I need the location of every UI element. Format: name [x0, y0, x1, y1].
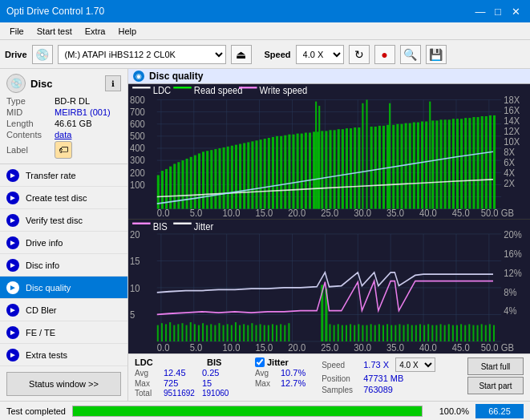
- close-button[interactable]: ✕: [508, 4, 524, 18]
- svg-rect-143: [132, 222, 150, 224]
- svg-rect-252: [468, 324, 470, 341]
- drive-icon-button[interactable]: 💿: [32, 45, 53, 64]
- charts-wrapper: LDC Read speed Write speed: [128, 84, 530, 353]
- svg-rect-253: [472, 325, 474, 341]
- svg-text:12X: 12X: [504, 126, 520, 135]
- svg-text:16%: 16%: [504, 247, 522, 259]
- title-bar: Opti Drive Control 1.70 — □ ✕: [0, 0, 530, 22]
- svg-text:20.0: 20.0: [288, 208, 305, 218]
- disc-quality-label: Disc quality: [26, 283, 71, 293]
- eject-button[interactable]: ⏏: [231, 45, 252, 64]
- chart-icon: ◉: [133, 71, 144, 82]
- drive-info-label: Drive info: [26, 238, 63, 248]
- svg-rect-85: [276, 136, 278, 209]
- svg-rect-130: [448, 119, 451, 208]
- sidebar-item-verify-test-disc[interactable]: ► Verify test disc: [0, 209, 127, 232]
- svg-text:5.0: 5.0: [190, 341, 203, 353]
- svg-rect-82: [264, 139, 266, 209]
- svg-text:20.0: 20.0: [288, 341, 305, 353]
- svg-rect-215: [288, 323, 289, 341]
- start-full-button[interactable]: Start full: [467, 357, 524, 375]
- transfer-rate-label: Transfer rate: [26, 171, 76, 180]
- svg-rect-103: [342, 129, 344, 208]
- svg-rect-223: [350, 324, 351, 341]
- svg-rect-255: [481, 324, 483, 341]
- svg-text:20%: 20%: [504, 228, 522, 240]
- minimize-button[interactable]: —: [472, 4, 488, 18]
- jitter-checkbox[interactable]: [255, 357, 265, 367]
- svg-rect-62: [181, 160, 184, 209]
- svg-text:15.0: 15.0: [255, 341, 273, 353]
- sidebar-item-fe-te[interactable]: ► FE / TE: [0, 321, 127, 344]
- contents-value[interactable]: data: [55, 130, 71, 139]
- svg-rect-71: [218, 148, 220, 209]
- svg-text:600: 600: [130, 119, 145, 129]
- menu-help[interactable]: Help: [111, 25, 143, 38]
- svg-rect-186: [169, 322, 171, 341]
- svg-rect-254: [477, 325, 479, 341]
- menu-start-test[interactable]: Start test: [30, 25, 79, 38]
- svg-rect-3: [173, 87, 191, 88]
- sidebar-item-drive-info[interactable]: ► Drive info: [0, 232, 127, 254]
- status-text: Test completed: [6, 406, 66, 416]
- transfer-rate-icon: ►: [6, 169, 19, 182]
- disc-icon: 💿: [6, 74, 26, 93]
- svg-rect-80: [255, 140, 257, 208]
- sidebar-item-cd-bler[interactable]: ► CD Bler: [0, 299, 127, 321]
- svg-rect-195: [206, 325, 208, 341]
- svg-rect-123: [421, 121, 423, 208]
- svg-rect-70: [214, 149, 216, 209]
- start-buttons: Start full Start part: [467, 357, 524, 398]
- burn-button[interactable]: ●: [374, 45, 395, 64]
- samples-val: 763089: [363, 385, 393, 394]
- maximize-button[interactable]: □: [490, 4, 506, 18]
- svg-rect-190: [186, 325, 188, 341]
- sidebar-item-extra-tests[interactable]: ► Extra tests: [0, 344, 127, 366]
- scan-button[interactable]: 🔍: [400, 45, 421, 64]
- drive-select[interactable]: (M:) ATAPI iHBS112 2 CL0K: [58, 45, 226, 64]
- status-window-button[interactable]: Status window >>: [6, 372, 121, 396]
- length-label: Length: [6, 119, 55, 128]
- sidebar-item-disc-info[interactable]: ► Disc info: [0, 254, 127, 277]
- speed-stat-val: 1.73 X: [363, 360, 392, 370]
- svg-rect-202: [235, 322, 237, 341]
- svg-rect-208: [260, 324, 261, 341]
- svg-rect-104: [346, 128, 348, 209]
- avg-label: Avg: [135, 369, 157, 378]
- menu-extra[interactable]: Extra: [79, 25, 112, 38]
- bis-avg: 0.25: [202, 368, 234, 378]
- svg-rect-193: [198, 325, 200, 341]
- sidebar-item-disc-quality[interactable]: ► Disc quality: [0, 277, 127, 299]
- svg-rect-191: [190, 322, 192, 341]
- svg-rect-119: [405, 123, 407, 209]
- speed-display: 66.25: [475, 404, 524, 418]
- svg-text:200: 200: [130, 168, 145, 177]
- position-val: 47731 MB: [363, 374, 403, 383]
- cd-bler-icon: ►: [6, 304, 19, 317]
- svg-rect-129: [444, 119, 447, 208]
- sidebar-item-transfer-rate[interactable]: ► Transfer rate: [0, 164, 127, 187]
- svg-text:10: 10: [130, 281, 140, 293]
- start-part-button[interactable]: Start part: [467, 377, 524, 394]
- nav-items: ► Transfer rate ► Create test disc ► Ver…: [0, 164, 127, 367]
- speed-select[interactable]: 4.0 X: [296, 45, 344, 64]
- speed-stat-select[interactable]: 4.0 X: [395, 357, 435, 372]
- svg-rect-187: [173, 325, 175, 341]
- ldc-avg: 12.45: [164, 368, 196, 378]
- svg-rect-258: [493, 325, 495, 341]
- menu-file[interactable]: File: [3, 25, 30, 38]
- progress-percent: 100.0%: [429, 406, 469, 416]
- svg-rect-221: [342, 325, 343, 341]
- svg-rect-120: [409, 123, 411, 209]
- svg-text:20: 20: [130, 228, 140, 240]
- bis-total: 191060: [202, 389, 234, 398]
- svg-rect-77: [243, 143, 245, 208]
- refresh-button[interactable]: ↻: [349, 45, 370, 64]
- sidebar-item-create-test-disc[interactable]: ► Create test disc: [0, 187, 127, 209]
- svg-rect-127: [435, 120, 438, 208]
- disc-info-icon[interactable]: ℹ: [105, 75, 121, 91]
- svg-rect-206: [251, 323, 253, 341]
- svg-rect-227: [366, 325, 368, 341]
- jitter-avg-label: Avg: [255, 369, 277, 378]
- save-button[interactable]: 💾: [426, 45, 447, 64]
